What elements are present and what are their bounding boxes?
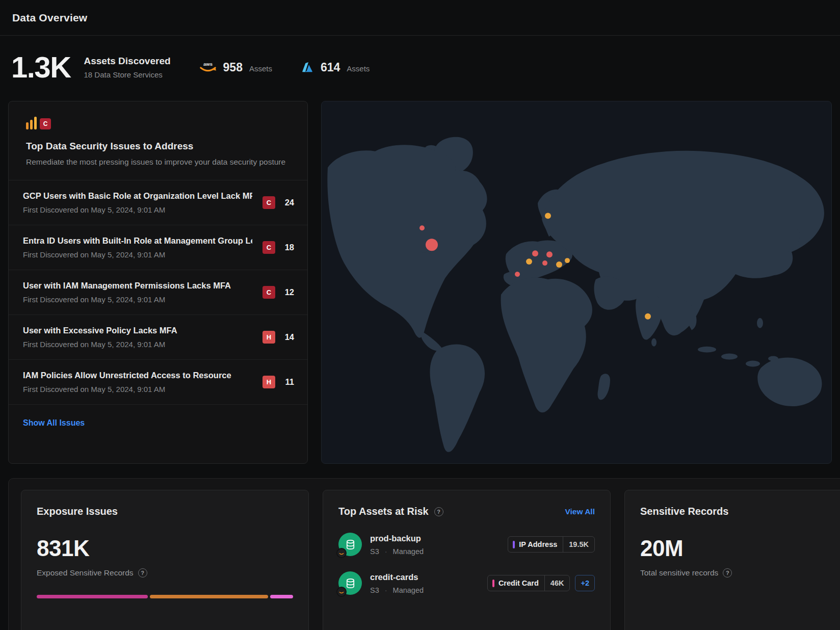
issues-card-icon: C bbox=[26, 117, 290, 129]
severity-badge: C bbox=[262, 196, 275, 209]
map-dot[interactable] bbox=[546, 251, 553, 257]
asset-name: prod-backup bbox=[370, 534, 424, 543]
aws-icon: aws bbox=[199, 61, 217, 74]
assets-card-title: Top Assets at Risk bbox=[338, 506, 429, 517]
extra-count-badge[interactable]: +2 bbox=[575, 575, 595, 591]
azure-assets-label: Assets bbox=[347, 64, 370, 73]
data-store-services-label: 18 Data Store Services bbox=[84, 70, 171, 79]
assets-list: prod-backup S3 · Managed IP Address 19.5… bbox=[338, 533, 595, 595]
map-dot[interactable] bbox=[565, 258, 570, 263]
view-all-link[interactable]: View All bbox=[565, 507, 595, 516]
exposure-issues-card: Exposure Issues 831K Exposed Sensitive R… bbox=[21, 490, 309, 630]
issues-card-subtitle: Remediate the most pressing issues to im… bbox=[26, 158, 290, 167]
map-dot[interactable] bbox=[419, 225, 425, 230]
issue-row[interactable]: User with Excessive Policy Lacks MFA Fir… bbox=[9, 315, 307, 360]
badge-label: Credit Card bbox=[498, 579, 539, 587]
asset-status: Managed bbox=[393, 547, 424, 556]
exposure-bar-segment bbox=[270, 595, 293, 598]
badge-count: 46K bbox=[545, 575, 570, 591]
show-all-issues-link[interactable]: Show All Issues bbox=[23, 418, 85, 427]
aws-provider-stat: aws 958 Assets bbox=[199, 61, 272, 74]
issue-discovered-date: First Discovered on May 5, 2024, 9:01 AM bbox=[23, 250, 252, 259]
issue-discovered-date: First Discovered on May 5, 2024, 9:01 AM bbox=[23, 385, 231, 393]
separator-dot: · bbox=[385, 586, 387, 594]
map-dot[interactable] bbox=[526, 258, 532, 265]
map-dot[interactable] bbox=[426, 239, 438, 251]
bar-chart-icon bbox=[26, 117, 37, 129]
azure-provider-stat: 614 Assets bbox=[301, 61, 370, 74]
page-title: Data Overview bbox=[12, 12, 87, 24]
issue-title: Entra ID Users with Built-In Role at Man… bbox=[23, 236, 252, 246]
assets-discovered-value: 1.3K bbox=[11, 52, 71, 82]
map-dot[interactable] bbox=[542, 260, 547, 266]
badge-count: 19.5K bbox=[563, 537, 594, 552]
world-map bbox=[322, 101, 831, 463]
map-dot[interactable] bbox=[645, 313, 651, 320]
badge-label: IP Address bbox=[519, 540, 557, 548]
badge-accent-bar bbox=[513, 541, 515, 548]
critical-badge-icon: C bbox=[40, 118, 51, 129]
issue-count: 14 bbox=[283, 332, 294, 342]
severity-badge: H bbox=[262, 331, 275, 344]
stats-row: 1.3K Assets Discovered 18 Data Store Ser… bbox=[0, 36, 840, 101]
severity-badge: C bbox=[262, 286, 275, 299]
issue-row[interactable]: Entra ID Users with Built-In Role at Man… bbox=[9, 225, 307, 270]
map-dot[interactable] bbox=[556, 261, 562, 268]
sensitive-records-card: Sensitive Records 20M Total sensitive re… bbox=[624, 490, 840, 630]
svg-text:aws: aws bbox=[203, 61, 213, 67]
badge-accent-bar bbox=[492, 580, 494, 587]
top-issues-card: C Top Data Security Issues to Address Re… bbox=[8, 101, 308, 464]
issue-title: IAM Policies Allow Unrestricted Access t… bbox=[23, 371, 231, 380]
sensitive-label: Total sensitive records bbox=[640, 568, 718, 578]
separator-dot: · bbox=[385, 547, 387, 556]
exposure-bar-segment bbox=[37, 595, 148, 598]
issue-title: User with IAM Management Permissions Lac… bbox=[23, 281, 231, 291]
aws-mini-badge-icon bbox=[336, 548, 347, 558]
issue-title: User with Excessive Policy Lacks MFA bbox=[23, 326, 177, 335]
issue-count: 12 bbox=[283, 287, 294, 297]
asset-row[interactable]: credit-cards S3 · Managed Credit Card 46… bbox=[338, 571, 595, 595]
page-header: Data Overview bbox=[0, 0, 840, 36]
exposure-bar bbox=[37, 595, 293, 598]
aws-assets-count: 958 bbox=[223, 61, 243, 74]
help-icon[interactable]: ? bbox=[138, 568, 147, 578]
bottom-section: Exposure Issues 831K Exposed Sensitive R… bbox=[8, 478, 840, 630]
issue-count: 11 bbox=[283, 377, 294, 387]
issue-row[interactable]: User with IAM Management Permissions Lac… bbox=[9, 270, 307, 315]
issue-count: 24 bbox=[283, 198, 294, 207]
issue-count: 18 bbox=[283, 243, 294, 252]
exposure-bar-segment bbox=[150, 595, 269, 598]
severity-badge: H bbox=[262, 376, 275, 388]
issues-card-title: Top Data Security Issues to Address bbox=[26, 141, 290, 152]
asset-service: S3 bbox=[370, 547, 379, 556]
issue-row[interactable]: IAM Policies Allow Unrestricted Access t… bbox=[9, 360, 307, 405]
issue-row[interactable]: GCP Users with Basic Role at Organizatio… bbox=[9, 180, 307, 225]
world-map-card bbox=[321, 101, 832, 464]
issue-title: GCP Users with Basic Role at Organizatio… bbox=[23, 191, 252, 201]
map-dot[interactable] bbox=[515, 272, 520, 277]
help-icon[interactable]: ? bbox=[723, 568, 732, 578]
data-class-badge[interactable]: IP Address 19.5K bbox=[508, 536, 595, 553]
aws-mini-badge-icon bbox=[336, 587, 347, 597]
issue-discovered-date: First Discovered on May 5, 2024, 9:01 AM bbox=[23, 205, 252, 214]
issue-discovered-date: First Discovered on May 5, 2024, 9:01 AM bbox=[23, 340, 177, 349]
issue-discovered-date: First Discovered on May 5, 2024, 9:01 AM bbox=[23, 295, 231, 304]
asset-service: S3 bbox=[370, 586, 379, 594]
aws-assets-label: Assets bbox=[249, 64, 272, 73]
azure-assets-count: 614 bbox=[321, 61, 340, 74]
data-class-badge[interactable]: Credit Card 46K bbox=[487, 575, 570, 591]
asset-name: credit-cards bbox=[370, 572, 424, 582]
assets-discovered-label: Assets Discovered bbox=[84, 56, 171, 67]
asset-status: Managed bbox=[393, 586, 424, 594]
help-icon[interactable]: ? bbox=[434, 507, 443, 516]
issues-list: GCP Users with Basic Role at Organizatio… bbox=[9, 180, 307, 405]
map-dot[interactable] bbox=[545, 213, 551, 219]
asset-row[interactable]: prod-backup S3 · Managed IP Address 19.5… bbox=[338, 533, 595, 556]
top-assets-card: Top Assets at Risk ? View All bbox=[323, 490, 611, 630]
severity-badge: C bbox=[262, 241, 275, 254]
map-dot[interactable] bbox=[532, 250, 538, 256]
exposure-label: Exposed Sensitive Records bbox=[37, 568, 134, 578]
exposure-title: Exposure Issues bbox=[37, 506, 293, 517]
sensitive-title: Sensitive Records bbox=[640, 506, 840, 517]
sensitive-value: 20M bbox=[640, 536, 840, 561]
